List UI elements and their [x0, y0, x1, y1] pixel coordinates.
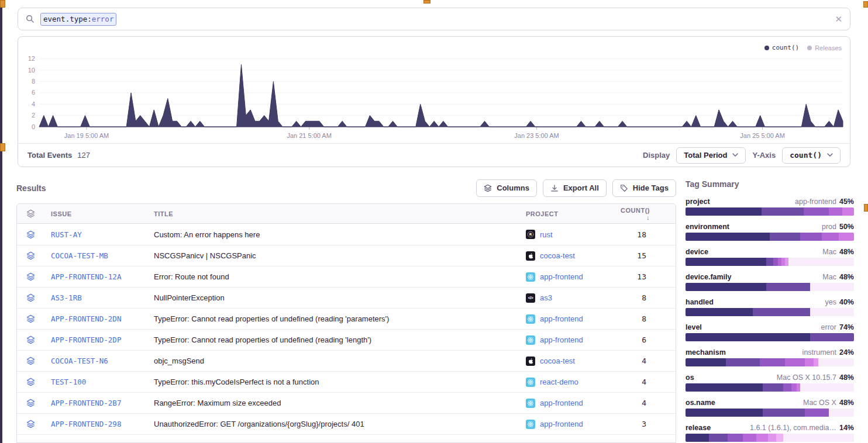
tag-bar-segment[interactable]: [785, 258, 788, 266]
tag-bar-segment[interactable]: [753, 308, 810, 316]
tag-bar-segment[interactable]: [773, 258, 779, 266]
display-dropdown[interactable]: Total Period: [676, 147, 746, 164]
tag-distribution-bar[interactable]: [686, 283, 854, 291]
tag-bar-segment[interactable]: [770, 233, 800, 241]
tag-bar-segment[interactable]: [760, 358, 785, 366]
results-title: Results: [16, 184, 46, 193]
hide-tags-button[interactable]: Hide Tags: [612, 179, 676, 197]
issue-link[interactable]: APP-FRONTEND-298: [51, 420, 121, 428]
tag-bar-segment[interactable]: [726, 358, 760, 366]
tag-bar-segment[interactable]: [791, 383, 797, 392]
tag-bar-segment[interactable]: [800, 233, 822, 241]
tag-item: release 1.6.1 (1.6.1), com.media…14%: [686, 424, 854, 442]
tag-bar-segment[interactable]: [783, 383, 791, 392]
tag-distribution-bar[interactable]: [686, 434, 854, 442]
tag-bar-segment[interactable]: [804, 207, 829, 216]
tag-bar-segment[interactable]: [839, 233, 854, 241]
tag-bar-segment[interactable]: [686, 383, 763, 392]
tag-bar-segment[interactable]: [763, 409, 805, 417]
issue-link[interactable]: APP-FRONTEND-2B7: [51, 399, 121, 407]
tag-bar-segment[interactable]: [766, 283, 810, 291]
tag-distribution-bar[interactable]: [686, 207, 854, 216]
tag-bar-segment[interactable]: [829, 207, 842, 216]
tag-bar-segment[interactable]: [810, 333, 854, 341]
issue-link[interactable]: COCOA-TEST-N6: [51, 357, 108, 365]
tag-distribution-bar[interactable]: [686, 409, 854, 417]
events-area-chart[interactable]: 024681012Jan 19 5:00 AMJan 21 5:00 AMJan…: [24, 46, 845, 150]
tag-bar-segment[interactable]: [762, 207, 804, 216]
issue-layers-icon[interactable]: [17, 335, 44, 344]
issue-layers-icon[interactable]: [17, 420, 44, 428]
issue-link[interactable]: TEST-100: [51, 378, 86, 386]
issue-layers-icon[interactable]: [17, 378, 44, 386]
tag-distribution-bar[interactable]: [686, 308, 854, 316]
export-all-button[interactable]: Export All: [543, 179, 607, 197]
tag-bar-segment[interactable]: [686, 333, 810, 341]
tag-bar-segment[interactable]: [743, 434, 756, 442]
tag-distribution-bar[interactable]: [686, 233, 854, 241]
tag-bar-segment[interactable]: [822, 233, 839, 241]
issue-link[interactable]: COCOA-TEST-MB: [51, 251, 108, 260]
tag-bar-segment[interactable]: [797, 383, 800, 392]
column-header-issue[interactable]: ISSUE: [44, 210, 147, 217]
tag-distribution-bar[interactable]: [686, 258, 854, 266]
tag-bar-segment[interactable]: [814, 358, 819, 366]
project-link[interactable]: app-frontend: [519, 420, 614, 429]
project-link[interactable]: react-demo: [519, 378, 614, 387]
issue-layers-icon[interactable]: [17, 272, 44, 281]
tag-bar-segment[interactable]: [686, 358, 726, 366]
tag-distribution-bar[interactable]: [686, 333, 854, 341]
tag-bar-segment[interactable]: [686, 434, 709, 442]
tag-bar-segment[interactable]: [686, 258, 766, 266]
tag-top-percent: 50%: [839, 223, 854, 231]
tag-key: release: [686, 424, 711, 432]
tag-key: handled: [686, 298, 714, 306]
tag-bar-segment[interactable]: [728, 434, 743, 442]
tag-bar-segment[interactable]: [686, 283, 766, 291]
tag-bar-segment[interactable]: [686, 308, 753, 316]
tag-bar-segment[interactable]: [785, 358, 805, 366]
tag-bar-segment[interactable]: [776, 434, 783, 442]
clear-search-button[interactable]: ✕: [835, 15, 842, 23]
issue-layers-icon[interactable]: [17, 230, 44, 239]
tag-bar-segment[interactable]: [766, 258, 773, 266]
issue-link[interactable]: AS3-1RB: [51, 293, 82, 302]
tag-bar-segment[interactable]: [805, 358, 813, 366]
tag-bar-segment[interactable]: [768, 434, 776, 442]
search-bar[interactable]: event.type:error ✕: [18, 8, 850, 30]
tag-bar-segment[interactable]: [686, 233, 770, 241]
column-header-project[interactable]: PROJECT: [519, 210, 614, 217]
issue-layers-icon[interactable]: [17, 399, 44, 407]
project-link[interactable]: cocoa-test: [519, 357, 614, 366]
issue-layers-icon[interactable]: [17, 251, 44, 260]
issue-layers-icon[interactable]: [17, 357, 44, 365]
columns-button[interactable]: Columns: [476, 179, 537, 197]
event-count: 18: [614, 230, 676, 239]
project-link[interactable]: app-frontend: [519, 314, 614, 324]
project-link[interactable]: cocoa-test: [519, 251, 614, 261]
tag-bar-segment[interactable]: [763, 383, 783, 392]
project-link[interactable]: app-frontend: [519, 272, 614, 282]
issue-layers-icon[interactable]: [17, 293, 44, 302]
tag-bar-segment[interactable]: [842, 207, 854, 216]
issue-link[interactable]: RUST-AY: [51, 230, 82, 239]
tag-distribution-bar[interactable]: [686, 383, 854, 392]
project-link[interactable]: app-frontend: [519, 399, 614, 408]
tag-bar-segment[interactable]: [686, 409, 763, 417]
tag-bar-segment[interactable]: [756, 434, 768, 442]
project-link[interactable]: R rust: [519, 230, 614, 239]
tag-bar-segment[interactable]: [709, 434, 728, 442]
tag-bar-segment[interactable]: [805, 409, 828, 417]
tag-distribution-bar[interactable]: [686, 358, 854, 366]
issue-layers-icon[interactable]: [17, 314, 44, 323]
project-link[interactable]: app-frontend: [519, 335, 614, 345]
column-header-title[interactable]: TITLE: [147, 210, 519, 217]
project-link[interactable]: </> as3: [519, 293, 614, 303]
tag-bar-segment[interactable]: [686, 207, 762, 216]
issue-link[interactable]: APP-FRONTEND-2DN: [51, 314, 121, 323]
yaxis-dropdown[interactable]: count(): [782, 147, 841, 164]
search-token[interactable]: event.type:error: [40, 13, 116, 26]
issue-link[interactable]: APP-FRONTEND-12A: [51, 272, 121, 281]
column-header-count[interactable]: COUNT() ↓: [614, 207, 676, 221]
issue-link[interactable]: APP-FRONTEND-2DP: [51, 335, 121, 344]
